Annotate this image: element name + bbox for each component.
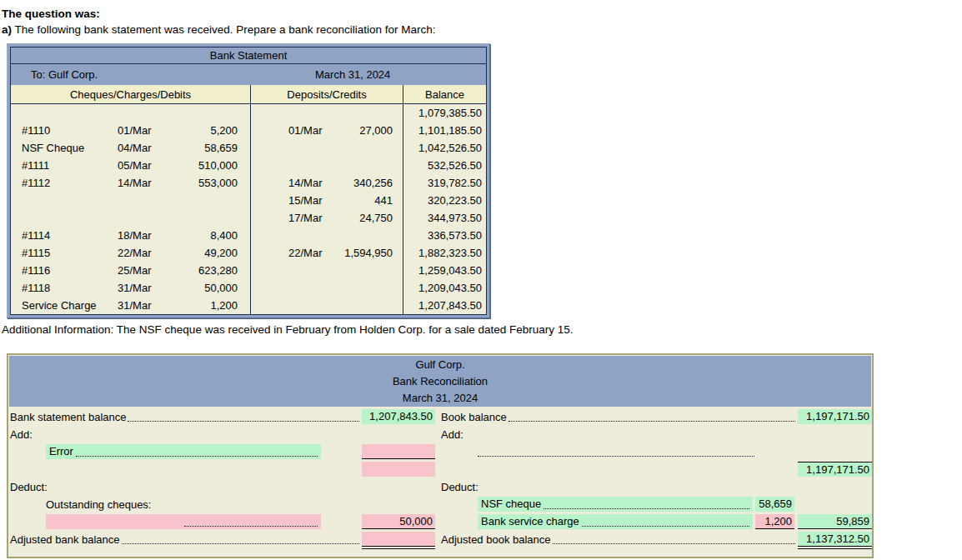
blank-add-line[interactable] <box>478 447 754 457</box>
deposit-amount: 1,594,950 <box>338 244 393 262</box>
row-add-items: Error <box>8 442 872 460</box>
column-header-balance: Balance <box>403 85 486 103</box>
statement-date: March 31, 2024 <box>315 64 390 85</box>
adjusted-bank-balance-cell[interactable] <box>362 532 435 547</box>
balance-amount: 1,079,385.50 <box>403 104 482 122</box>
adjusted-bank-balance-label: Adjusted bank balance <box>10 533 120 546</box>
deposits-cell <box>251 139 403 157</box>
cheques-cell: NSF Cheque04/Mar58,659 <box>11 139 251 157</box>
deposit-amount: 441 <box>338 192 393 209</box>
deposits-cell: 22/Mar1,594,950 <box>251 244 403 262</box>
dotted-leader <box>544 499 749 509</box>
cheque-amount: 1,200 <box>166 297 238 314</box>
cheque-amount <box>166 192 238 209</box>
deposit-date: 17/Mar <box>288 209 338 227</box>
deposit-date <box>288 104 338 122</box>
cheque-description: #1115 <box>22 244 118 262</box>
dotted-leader <box>76 447 318 457</box>
deposit-date: 15/Mar <box>288 192 338 209</box>
cheque-amount: 623,280 <box>166 262 238 279</box>
dotted-leader <box>582 517 749 527</box>
balance-cell: 344,973.50 <box>403 209 486 227</box>
deposit-amount <box>338 297 393 314</box>
cheque-date: 18/Mar <box>118 227 166 244</box>
cheque-description: Service Charge <box>22 297 118 314</box>
cheque-amount: 510,000 <box>166 157 238 174</box>
column-header-deposits: Deposits/Credits <box>251 85 403 103</box>
nsf-cheque-amount-cell[interactable]: 58,659 <box>755 497 794 512</box>
deposit-amount: 24,750 <box>338 209 393 227</box>
deposit-date <box>288 297 338 314</box>
balance-cell: 320,223.50 <box>403 192 486 209</box>
deposit-amount <box>338 104 393 122</box>
balance-cell: 1,259,043.50 <box>403 262 486 279</box>
bank-subtotal-cell[interactable] <box>362 462 435 477</box>
deposits-cell: 15/Mar441 <box>251 192 403 209</box>
deposits-cell <box>251 104 403 122</box>
deposit-amount: 340,256 <box>338 174 393 192</box>
dotted-leader <box>128 412 359 422</box>
deposit-date: 14/Mar <box>288 174 338 192</box>
balance-amount: 532,526.50 <box>403 157 482 174</box>
add-label-left: Add: <box>10 428 33 441</box>
cheques-cell: #111214/Mar553,000 <box>11 174 251 192</box>
cheque-amount: 5,200 <box>166 122 238 139</box>
book-subtotal-cell[interactable]: 1,197,171.50 <box>798 462 872 477</box>
balance-amount: 1,101,185.50 <box>403 122 482 139</box>
cheque-description: #1112 <box>22 174 118 192</box>
cheques-cell: #111001/Mar5,200 <box>11 122 251 139</box>
balance-cell: 1,207,843.50 <box>403 297 486 314</box>
statement-row: #111418/Mar8,400336,573.50 <box>11 227 486 244</box>
book-balance-cell[interactable]: 1,197,171.50 <box>798 409 872 424</box>
statement-row: #111625/Mar623,2801,259,043.50 <box>11 262 486 279</box>
deposit-date <box>288 227 338 244</box>
statement-body: 1,079,385.50#111001/Mar5,20001/Mar27,000… <box>11 104 486 314</box>
cheque-description: #1116 <box>22 262 118 279</box>
cheque-date: 31/Mar <box>118 279 166 297</box>
balance-amount: 1,042,526.50 <box>403 139 482 157</box>
outstanding-cheque-entry-cell[interactable] <box>46 514 321 529</box>
statement-row: #111214/Mar553,00014/Mar340,256319,782.5… <box>11 174 486 192</box>
dotted-leader <box>553 534 795 544</box>
dotted-leader <box>184 517 318 527</box>
balance-cell: 532,526.50 <box>403 157 486 174</box>
deposit-date <box>288 279 338 297</box>
outstanding-cheque-amount-cell[interactable]: 50,000 <box>362 514 435 529</box>
cheque-date <box>118 192 166 209</box>
balance-amount: 319,782.50 <box>403 174 482 192</box>
deposits-cell <box>251 262 403 279</box>
balance-cell: 319,782.50 <box>403 174 486 192</box>
bank-statement-inner: Bank Statement To: Gulf Corp. March 31, … <box>10 47 487 315</box>
error-label-cell[interactable]: Error <box>46 444 321 459</box>
bank-service-charge-amount-cell[interactable]: 1,200 <box>755 514 794 529</box>
row-deduct-labels: Deduct: Deduct: <box>8 478 872 495</box>
adjusted-book-balance-cell[interactable]: 1,137,312.50 <box>798 532 872 547</box>
bank-statement-balance-label: Bank statement balance <box>10 411 126 423</box>
cheques-cell: #111418/Mar8,400 <box>11 227 251 244</box>
deposit-date <box>288 157 338 174</box>
cheques-cell: #111831/Mar50,000 <box>11 279 251 297</box>
cheques-cell: #111105/Mar510,000 <box>11 157 251 174</box>
cheque-description: NSF Cheque <box>22 139 118 157</box>
nsf-cheque-label-cell[interactable]: NSF cheque <box>478 497 753 512</box>
balance-amount: 320,223.50 <box>403 192 482 209</box>
bank-statement-balance-cell[interactable]: 1,207,843.50 <box>362 409 435 424</box>
bank-service-charge-label-cell[interactable]: Bank service charge <box>478 514 753 529</box>
bank-reconciliation-panel: Gulf Corp. Bank Reconciliation March 31,… <box>7 353 874 558</box>
deduct-total-cell[interactable]: 59,859 <box>798 514 872 529</box>
question-part: a) <box>2 23 12 36</box>
nsf-cheque-label: NSF cheque <box>481 497 541 512</box>
statement-row: 17/Mar24,750344,973.50 <box>11 209 486 227</box>
deposits-cell <box>251 297 403 314</box>
error-amount-cell[interactable] <box>362 444 435 459</box>
question-line: a) The following bank statement was rece… <box>2 22 436 38</box>
deposits-cell: 14/Mar340,256 <box>251 174 403 192</box>
statement-row: #111105/Mar510,000532,526.50 <box>11 157 486 174</box>
cheque-amount: 553,000 <box>166 174 238 192</box>
statement-row: #111522/Mar49,20022/Mar1,594,9501,882,32… <box>11 244 486 262</box>
cheque-description: #1118 <box>22 279 118 297</box>
row-deduct-item-1: Outstanding cheques: NSF cheque 58,659 <box>8 495 872 512</box>
deposits-cell: 17/Mar24,750 <box>251 209 403 227</box>
cheques-cell <box>11 104 251 122</box>
cheque-description <box>22 104 118 122</box>
